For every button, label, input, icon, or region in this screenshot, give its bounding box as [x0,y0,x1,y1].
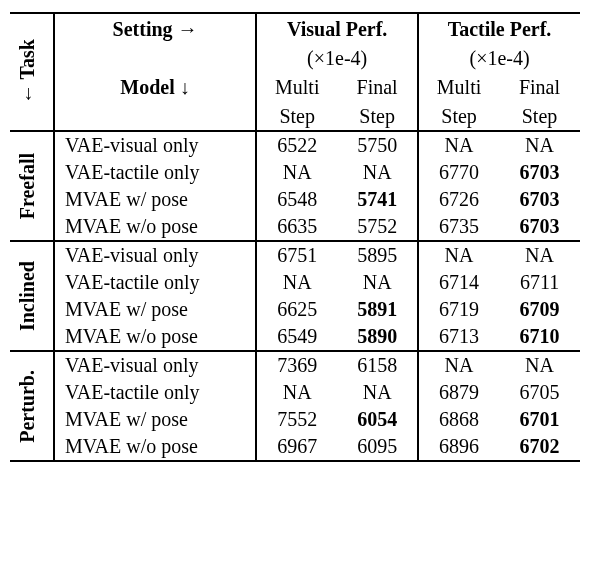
value-cell: 6868 [418,406,499,433]
value-cell: 6095 [337,433,418,461]
value-cell: 6713 [418,323,499,351]
header-t-final: Final [499,72,580,103]
value-cell: NA [418,351,499,379]
header-task: ← Task [10,13,54,131]
results-table: ← Task Setting → Visual Perf. Tactile Pe… [10,12,580,462]
value-text: 6703 [520,161,560,183]
header-t-final-step: Step [499,103,580,131]
task-label-text: Perturb. [16,370,39,443]
value-cell: 7552 [256,406,337,433]
table-row: Perturb.VAE-visual only73696158NANA [10,351,580,379]
table-row: MVAE w/ pose6548574167266703 [10,186,580,213]
value-cell: 6703 [499,186,580,213]
value-text: 5891 [357,298,397,320]
value-cell: 6751 [256,241,337,269]
header-v-final-step: Step [337,103,418,131]
value-cell: NA [337,269,418,296]
value-cell: 6735 [418,213,499,241]
header-task-label: ← Task [16,39,39,104]
value-cell: 5891 [337,296,418,323]
value-cell: 6967 [256,433,337,461]
value-cell: 6719 [418,296,499,323]
value-cell: 6158 [337,351,418,379]
value-cell: NA [256,269,337,296]
model-cell: MVAE w/ pose [54,406,256,433]
task-label: Perturb. [10,351,54,461]
value-cell: 6711 [499,269,580,296]
value-text: 5890 [357,325,397,347]
value-cell: 6549 [256,323,337,351]
table-row: MVAE w/ pose6625589167196709 [10,296,580,323]
value-cell: 5741 [337,186,418,213]
header-tactile-scale: (×1e-4) [418,45,580,72]
value-cell: 6710 [499,323,580,351]
value-cell: NA [256,159,337,186]
table-row: MVAE w/ pose7552605468686701 [10,406,580,433]
model-cell: VAE-visual only [54,131,256,159]
model-cell: VAE-visual only [54,241,256,269]
value-cell: 7369 [256,351,337,379]
header-tactile: Tactile Perf. [418,13,580,45]
value-cell: 5895 [337,241,418,269]
value-cell: 6625 [256,296,337,323]
model-cell: VAE-tactile only [54,379,256,406]
value-text: 6701 [520,408,560,430]
model-cell: VAE-tactile only [54,159,256,186]
header-setting: Setting → [54,13,256,45]
header-visual-scale: (×1e-4) [256,45,418,72]
value-cell: 6054 [337,406,418,433]
value-cell: 6705 [499,379,580,406]
model-cell: MVAE w/o pose [54,323,256,351]
value-cell: 6709 [499,296,580,323]
value-text: 6703 [520,215,560,237]
header-gap [54,45,256,72]
task-label: Freefall [10,131,54,241]
value-text: 5741 [357,188,397,210]
table-row: InclinedVAE-visual only67515895NANA [10,241,580,269]
value-cell: NA [418,241,499,269]
model-cell: VAE-visual only [54,351,256,379]
value-cell: NA [418,131,499,159]
value-cell: 6714 [418,269,499,296]
header-visual: Visual Perf. [256,13,418,45]
task-label-text: Inclined [16,261,39,331]
header-t-multi: Multi [418,72,499,103]
task-label: Inclined [10,241,54,351]
value-cell: 6726 [418,186,499,213]
value-cell: 5750 [337,131,418,159]
value-text: 6709 [520,298,560,320]
table-row: MVAE w/o pose6967609568966702 [10,433,580,461]
header-setting-label: Setting → [113,18,198,40]
model-cell: VAE-tactile only [54,269,256,296]
model-cell: MVAE w/o pose [54,433,256,461]
value-cell: NA [337,159,418,186]
header-v-multi-step: Step [256,103,337,131]
value-text: 6054 [357,408,397,430]
value-cell: 6703 [499,159,580,186]
table-row: VAE-tactile onlyNANA68796705 [10,379,580,406]
table-row: FreefallVAE-visual only65225750NANA [10,131,580,159]
header-model: Model ↓ [54,72,256,103]
value-text: 6703 [520,188,560,210]
model-cell: MVAE w/o pose [54,213,256,241]
value-cell: 6770 [418,159,499,186]
header-model-label: Model ↓ [120,76,189,98]
header-v-final: Final [337,72,418,103]
value-cell: 6548 [256,186,337,213]
model-cell: MVAE w/ pose [54,186,256,213]
value-cell: 6701 [499,406,580,433]
value-cell: 6879 [418,379,499,406]
value-cell: 6702 [499,433,580,461]
header-t-multi-step: Step [418,103,499,131]
header-blank2 [54,103,256,131]
value-cell: NA [337,379,418,406]
value-cell: 6522 [256,131,337,159]
value-cell: 6703 [499,213,580,241]
table-row: VAE-tactile onlyNANA67146711 [10,269,580,296]
task-label-text: Freefall [16,153,39,219]
value-cell: NA [499,241,580,269]
table-row: VAE-tactile onlyNANA67706703 [10,159,580,186]
table-row: MVAE w/o pose6635575267356703 [10,213,580,241]
value-cell: NA [499,131,580,159]
value-text: 6702 [520,435,560,457]
